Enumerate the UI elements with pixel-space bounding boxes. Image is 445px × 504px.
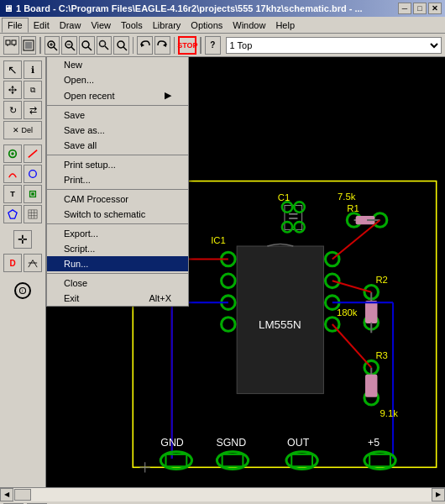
title-bar-controls[interactable]: ─ □ ✕ (398, 3, 442, 14)
sidebar-mirror-btn[interactable]: ⇄ (24, 101, 42, 119)
exit-shortcut: Alt+X (149, 293, 171, 303)
sidebar-copy-btn[interactable]: ⧉ (24, 81, 42, 99)
menu-file[interactable]: File (2, 18, 29, 33)
zoom-out-btn[interactable] (61, 36, 77, 55)
menu-edit[interactable]: Edit (29, 18, 55, 32)
menu-item-new[interactable]: New (47, 57, 188, 72)
sidebar-delete-btn[interactable]: ✕ Del (3, 121, 42, 139)
menu-item-export[interactable]: Export... (47, 226, 188, 241)
scroll-right-btn[interactable]: ▶ (432, 488, 445, 501)
zoom-fit-btn[interactable] (79, 36, 95, 55)
sidebar-drc-btn[interactable]: D (3, 254, 22, 272)
stop-btn[interactable]: STOP (178, 36, 196, 55)
svg-marker-25 (15, 88, 18, 91)
sidebar-grid-btn[interactable] (24, 205, 42, 223)
svg-line-43 (29, 260, 33, 268)
sidebar-via-btn[interactable] (3, 144, 22, 163)
sidebar-arc-btn[interactable] (3, 165, 22, 183)
sidebar-ratsnest-btn[interactable] (24, 254, 42, 272)
zoom-out-icon (64, 39, 76, 51)
menu-library[interactable]: Library (148, 18, 186, 32)
svg-text:+5: +5 (368, 437, 380, 449)
svg-text:GND: GND (160, 437, 184, 449)
minimize-button[interactable]: ─ (398, 3, 411, 14)
scroll-thumb[interactable] (14, 489, 31, 501)
svg-marker-23 (11, 92, 13, 95)
menu-window[interactable]: Window (228, 18, 270, 32)
menu-tools[interactable]: Tools (116, 18, 148, 32)
svg-rect-1 (12, 40, 16, 45)
undo-btn[interactable] (137, 36, 153, 55)
svg-line-16 (105, 46, 108, 50)
help-btn[interactable]: ? (205, 36, 221, 55)
close-button[interactable]: ✕ (428, 3, 442, 14)
svg-rect-0 (6, 40, 10, 45)
menu-help[interactable]: Help (270, 18, 300, 32)
menu-view[interactable]: View (86, 18, 116, 32)
polygon-icon (8, 209, 18, 219)
menu-separator-1 (47, 105, 188, 106)
sidebar-cross-btn[interactable]: ✛ (13, 230, 32, 249)
arc-icon (8, 169, 18, 179)
scroll-left-btn[interactable]: ◀ (0, 488, 13, 501)
sidebar-group-7 (3, 205, 42, 223)
sidebar-circle-btn[interactable] (24, 165, 42, 183)
menu-item-script[interactable]: Script... (47, 241, 188, 256)
pad-icon (28, 189, 38, 199)
zoom-select-btn[interactable] (97, 36, 113, 55)
sidebar-pad-btn[interactable] (24, 185, 42, 203)
bottom-scrollbar: ◀ ▶ (0, 487, 445, 501)
svg-rect-80 (365, 375, 377, 397)
sidebar-circle-small-btn[interactable]: i (14, 282, 31, 299)
layer-select[interactable]: 1 Top 16 Bottom 17 Pads 18 Vias 20 Dimen… (226, 37, 442, 54)
title-bar: 🖥 1 Board - C:\Program Files\EAGLE-4.16r… (0, 0, 445, 17)
menu-item-save[interactable]: Save (47, 108, 188, 123)
sidebar-wire-btn[interactable] (24, 144, 42, 163)
scroll-track[interactable] (13, 488, 432, 501)
sidebar-polygon-btn[interactable] (3, 205, 22, 223)
zoom-prev-btn[interactable] (113, 36, 129, 55)
sidebar-group-8: D (3, 254, 42, 272)
svg-line-44 (33, 260, 37, 268)
menu-item-open[interactable]: Open... (47, 72, 188, 87)
sidebar-info-btn[interactable]: ℹ (24, 60, 42, 79)
menu-item-cam-processor[interactable]: CAM Processor (47, 192, 188, 207)
redo-btn[interactable] (154, 36, 170, 55)
maximize-button[interactable]: □ (413, 3, 427, 14)
sidebar-arrow-btn[interactable]: ↖ (3, 60, 22, 79)
svg-marker-20 (141, 43, 144, 47)
svg-text:9.1k: 9.1k (380, 408, 399, 418)
sidebar-text-btn[interactable]: T (3, 185, 22, 203)
menu-item-switch-schematic[interactable]: Switch to schematic (47, 207, 188, 222)
zoom-in-btn[interactable] (44, 36, 60, 55)
canvas-area[interactable]: LM555N (46, 57, 445, 487)
toolbar-sep-4 (200, 37, 202, 54)
svg-text:IC1: IC1 (211, 235, 226, 245)
menu-item-close[interactable]: Close (47, 276, 188, 291)
toolbar-sep-1 (39, 37, 41, 54)
menu-item-print-setup[interactable]: Print setup... (47, 157, 188, 172)
toolbar-board-btn[interactable] (21, 36, 37, 55)
menu-draw[interactable]: Draw (55, 18, 86, 32)
menu-separator-2 (47, 155, 188, 155)
grid-icon (28, 209, 38, 219)
svg-text:180k: 180k (337, 307, 358, 318)
svg-line-7 (54, 47, 57, 50)
menu-item-print[interactable]: Print... (47, 172, 188, 187)
menu-item-exit[interactable]: Exit Alt+X (47, 291, 188, 306)
menu-item-run[interactable]: Run... (47, 256, 188, 271)
menu-item-save-as[interactable]: Save as... (47, 123, 188, 138)
zoom-in-icon (46, 39, 58, 51)
svg-text:i: i (22, 288, 23, 293)
toolbar-schematic-btn[interactable] (3, 36, 19, 55)
sidebar-move-btn[interactable] (3, 81, 22, 99)
sidebar-group-1: ↖ ℹ (3, 60, 42, 79)
sidebar-rotate-btn[interactable]: ↻ (3, 101, 22, 119)
redo-icon (156, 39, 168, 51)
svg-text:R3: R3 (375, 350, 388, 360)
window-title: 1 Board - C:\Program Files\EAGLE-4.16r2\… (16, 3, 363, 13)
svg-point-31 (29, 171, 37, 178)
menu-item-save-all[interactable]: Save all (47, 138, 188, 153)
menu-options[interactable]: Options (186, 18, 228, 32)
menu-item-open-recent[interactable]: Open recent ▶ (47, 87, 188, 103)
